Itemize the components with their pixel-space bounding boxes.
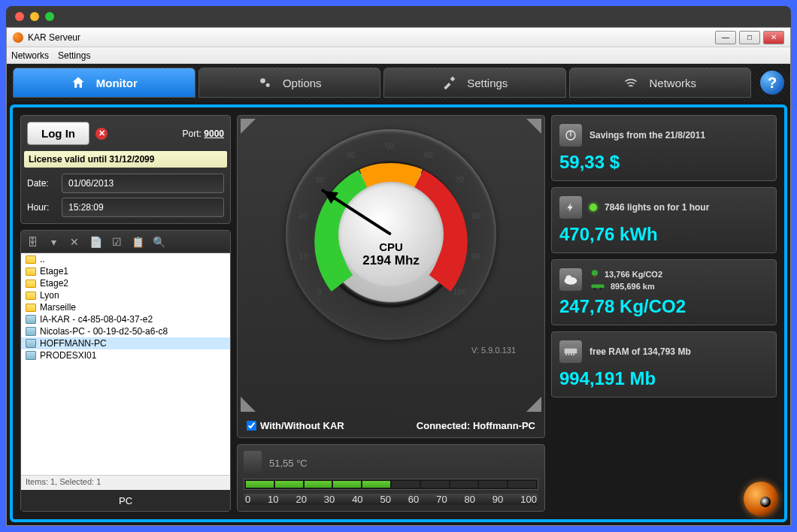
ram-icon (559, 340, 582, 363)
date-input[interactable] (62, 174, 224, 193)
folder-icon (26, 280, 36, 288)
port-value[interactable]: 9000 (204, 128, 224, 139)
pc-icon (26, 315, 36, 324)
svg-rect-14 (571, 354, 572, 356)
tree-list[interactable]: ..Etage1Etage2LyonMarseilleIA-KAR - c4-8… (21, 253, 230, 475)
energy-head: 7846 lights on for 1 hour (605, 202, 709, 213)
bulb-icon (589, 204, 597, 211)
copy-icon[interactable]: 📋 (131, 235, 144, 249)
pc-icon (26, 339, 36, 348)
folder-icon (26, 255, 36, 264)
mac-zoom-icon[interactable] (45, 12, 54, 21)
mac-close-icon[interactable] (15, 12, 24, 21)
search-icon[interactable]: 🔍 (152, 235, 165, 249)
delete-icon[interactable]: ✕ (68, 235, 81, 249)
temperature-bar (244, 479, 538, 490)
tab-networks[interactable]: Networks (569, 68, 752, 98)
progress-segment (362, 481, 390, 488)
progress-segment (275, 481, 303, 488)
tree-panel: 🗄 ▾ ✕ 📄 ☑ 📋 🔍 ..Etage1Etage2LyonMarseill… (20, 230, 231, 512)
mac-titlebar (6, 6, 791, 27)
tree-item-label: PRODESXI01 (40, 350, 96, 361)
scale-tick: 0 (245, 494, 250, 505)
svg-point-6 (592, 270, 598, 276)
menu-networks[interactable]: Networks (11, 50, 49, 61)
maximize-button[interactable]: □ (739, 31, 760, 44)
scale-tick: 10 (268, 494, 278, 505)
svg-rect-15 (573, 354, 574, 356)
corner-icon[interactable] (241, 119, 256, 134)
scale-tick: 20 (295, 494, 306, 505)
svg-point-9 (593, 287, 595, 289)
thermometer-icon (244, 451, 262, 475)
scale-tick: 70 (436, 494, 447, 505)
scale-tick: 40 (352, 494, 362, 505)
co2-head1: 13,766 Kg/CO2 (605, 270, 662, 279)
gears-icon (257, 75, 272, 90)
kar-toggle[interactable] (247, 421, 256, 431)
tree-item-label: HOFFMANN-PC (40, 338, 107, 349)
tab-monitor[interactable]: Monitor (13, 68, 195, 98)
tree-footer: PC (21, 490, 230, 511)
dropdown-icon[interactable]: ▾ (47, 235, 60, 249)
tree-item[interactable]: Etage1 (21, 265, 230, 277)
folder-icon (26, 292, 36, 300)
temperature-scale: 0102030405060708090100 (244, 494, 538, 505)
gauge-tick: 90 (471, 252, 480, 261)
ram-head: free RAM of 134,793 Mb (589, 346, 691, 357)
login-button[interactable]: Log In (27, 122, 89, 145)
window-titlebar: KAR Serveur — □ ✕ (7, 28, 790, 47)
cancel-icon[interactable]: ✕ (95, 128, 108, 140)
progress-segment (246, 481, 274, 488)
gauge-tick: 0 (317, 287, 322, 296)
menu-settings[interactable]: Settings (58, 50, 90, 61)
with-without-checkbox[interactable]: With/Without KAR (247, 420, 344, 431)
mac-minimize-icon[interactable] (30, 12, 39, 21)
tree-item[interactable]: Nicolas-PC - 00-19-d2-50-a6-c8 (21, 325, 230, 337)
tree-item-label: IA-KAR - c4-85-08-04-37-e2 (40, 314, 153, 325)
svg-rect-7 (594, 275, 595, 278)
tab-settings-label: Settings (467, 77, 508, 89)
corner-icon[interactable] (526, 119, 541, 134)
close-button[interactable]: ✕ (763, 31, 784, 44)
tree-item-label: Lyon (40, 290, 59, 301)
svg-rect-11 (565, 349, 577, 354)
hour-label: Hour: (27, 202, 56, 213)
tab-options[interactable]: Options (198, 68, 381, 98)
new-icon[interactable]: 📄 (89, 235, 102, 249)
help-button[interactable]: ? (760, 71, 784, 95)
tree-item[interactable]: .. (21, 253, 230, 265)
svg-rect-12 (565, 354, 567, 356)
date-label: Date: (27, 178, 56, 189)
db-icon[interactable]: 🗄 (26, 235, 39, 249)
gauge-tick: 100 (453, 287, 466, 296)
tab-settings[interactable]: Settings (383, 68, 566, 98)
corner-icon[interactable] (526, 397, 541, 412)
corner-icon[interactable] (241, 397, 256, 412)
connected-text: Connected: Hoffmann-PC (417, 420, 535, 431)
progress-segment (333, 481, 361, 488)
co2-value: 247,78 Kg/CO2 (559, 296, 768, 317)
scale-tick: 60 (408, 494, 419, 505)
hour-input[interactable] (62, 198, 224, 217)
svg-rect-13 (568, 354, 570, 356)
tree-status: Items: 1, Selected: 1 (21, 475, 230, 490)
gauge-tick: 80 (471, 211, 480, 220)
minimize-button[interactable]: — (715, 31, 736, 44)
tree-item[interactable]: Lyon (21, 289, 230, 301)
tree-item[interactable]: PRODESXI01 (21, 349, 230, 361)
gauge-tick: 50 (385, 141, 394, 150)
svg-rect-8 (591, 284, 604, 288)
gauge-value: 2194 Mhz (362, 253, 420, 268)
tree-item[interactable]: IA-KAR - c4-85-08-04-37-e2 (21, 313, 230, 325)
app-icon (13, 32, 23, 43)
progress-segment (421, 481, 449, 488)
car-icon (589, 282, 606, 291)
gauge-tick: 20 (298, 211, 308, 220)
tree-item[interactable]: Etage2 (21, 277, 230, 289)
check-icon[interactable]: ☑ (110, 235, 123, 249)
tree-item[interactable]: Marseille (21, 301, 230, 313)
main-panels: Log In ✕ Port: 9000 License valid until … (10, 104, 787, 522)
power-icon (559, 124, 582, 147)
tree-item[interactable]: HOFFMANN-PC (21, 337, 230, 349)
